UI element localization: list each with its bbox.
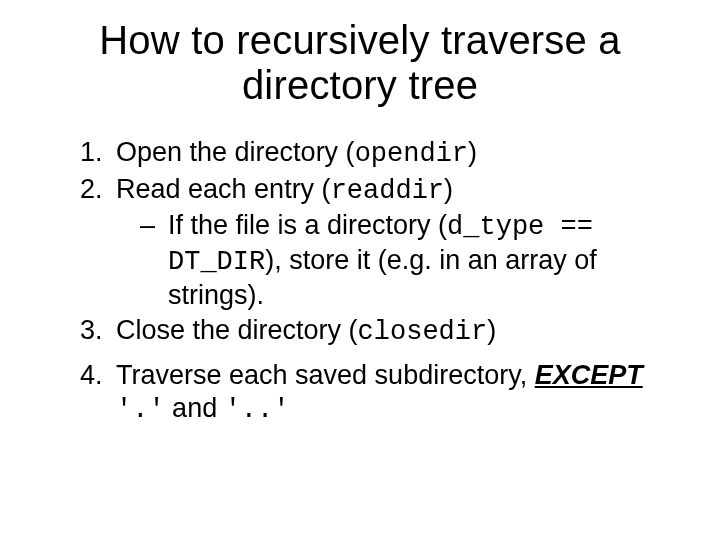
sub-list: If the file is a directory (d_type == DT… (116, 209, 666, 312)
list-item-3: Close the directory (closedir) (110, 314, 666, 349)
code-closedir: closedir (358, 317, 488, 347)
slide-body: Open the directory (opendir) Read each e… (54, 136, 666, 428)
text: Open the directory ( (116, 137, 355, 167)
slide-title: How to recursively traverse a directory … (54, 18, 666, 108)
text: and (165, 393, 225, 423)
emphasis-except: EXCEPT (535, 360, 643, 390)
list-item-1: Open the directory (opendir) (110, 136, 666, 171)
text: Traverse each saved subdirectory, (116, 360, 535, 390)
text: Close the directory ( (116, 315, 358, 345)
text: ) (487, 315, 496, 345)
text: ) (468, 137, 477, 167)
code-dotdot: '..' (225, 395, 290, 425)
text: ) (444, 174, 453, 204)
text: If the file is a directory ( (168, 210, 447, 240)
code-opendir: opendir (355, 139, 468, 169)
list-item-2: Read each entry (readdir) If the file is… (110, 173, 666, 313)
list-item-4: Traverse each saved subdirectory, EXCEPT… (110, 359, 666, 427)
text: Read each entry ( (116, 174, 331, 204)
ordered-list: Open the directory (opendir) Read each e… (54, 136, 666, 428)
code-dot: '.' (116, 395, 165, 425)
sub-list-item: If the file is a directory (d_type == DT… (140, 209, 666, 312)
code-readdir: readdir (331, 176, 444, 206)
slide: How to recursively traverse a directory … (0, 0, 720, 540)
